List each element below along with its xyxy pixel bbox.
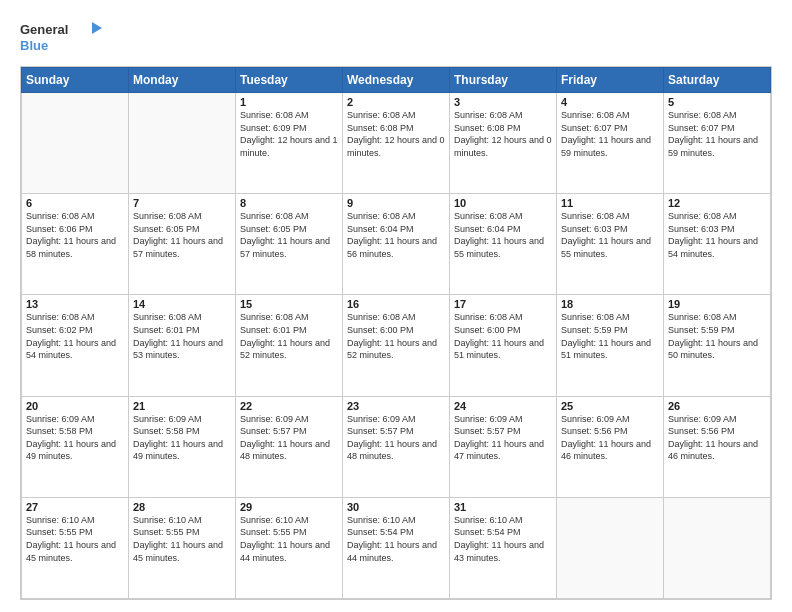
calendar-week-row: 27Sunrise: 6:10 AMSunset: 5:55 PMDayligh… <box>22 497 771 598</box>
calendar-cell: 18Sunrise: 6:08 AMSunset: 5:59 PMDayligh… <box>557 295 664 396</box>
day-info: Sunrise: 6:10 AMSunset: 5:55 PMDaylight:… <box>26 514 124 564</box>
calendar-table: SundayMondayTuesdayWednesdayThursdayFrid… <box>21 67 771 599</box>
calendar-cell: 19Sunrise: 6:08 AMSunset: 5:59 PMDayligh… <box>664 295 771 396</box>
day-info: Sunrise: 6:10 AMSunset: 5:54 PMDaylight:… <box>454 514 552 564</box>
calendar-cell: 31Sunrise: 6:10 AMSunset: 5:54 PMDayligh… <box>450 497 557 598</box>
day-number: 29 <box>240 501 338 513</box>
day-number: 6 <box>26 197 124 209</box>
calendar-header: SundayMondayTuesdayWednesdayThursdayFrid… <box>22 68 771 93</box>
calendar-cell: 29Sunrise: 6:10 AMSunset: 5:55 PMDayligh… <box>236 497 343 598</box>
calendar-cell: 23Sunrise: 6:09 AMSunset: 5:57 PMDayligh… <box>343 396 450 497</box>
header: General Blue <box>20 18 772 56</box>
day-number: 11 <box>561 197 659 209</box>
day-info: Sunrise: 6:08 AMSunset: 6:00 PMDaylight:… <box>454 311 552 361</box>
day-number: 9 <box>347 197 445 209</box>
calendar-cell: 21Sunrise: 6:09 AMSunset: 5:58 PMDayligh… <box>129 396 236 497</box>
calendar-cell: 10Sunrise: 6:08 AMSunset: 6:04 PMDayligh… <box>450 194 557 295</box>
day-number: 26 <box>668 400 766 412</box>
day-info: Sunrise: 6:09 AMSunset: 5:56 PMDaylight:… <box>668 413 766 463</box>
calendar-cell <box>22 93 129 194</box>
weekday-header: Friday <box>557 68 664 93</box>
day-info: Sunrise: 6:09 AMSunset: 5:57 PMDaylight:… <box>347 413 445 463</box>
day-info: Sunrise: 6:09 AMSunset: 5:57 PMDaylight:… <box>240 413 338 463</box>
day-number: 19 <box>668 298 766 310</box>
calendar-cell: 9Sunrise: 6:08 AMSunset: 6:04 PMDaylight… <box>343 194 450 295</box>
day-info: Sunrise: 6:10 AMSunset: 5:55 PMDaylight:… <box>133 514 231 564</box>
day-number: 1 <box>240 96 338 108</box>
calendar: SundayMondayTuesdayWednesdayThursdayFrid… <box>20 66 772 600</box>
day-info: Sunrise: 6:09 AMSunset: 5:58 PMDaylight:… <box>133 413 231 463</box>
calendar-cell: 30Sunrise: 6:10 AMSunset: 5:54 PMDayligh… <box>343 497 450 598</box>
calendar-cell: 11Sunrise: 6:08 AMSunset: 6:03 PMDayligh… <box>557 194 664 295</box>
calendar-cell: 2Sunrise: 6:08 AMSunset: 6:08 PMDaylight… <box>343 93 450 194</box>
day-number: 18 <box>561 298 659 310</box>
weekday-row: SundayMondayTuesdayWednesdayThursdayFrid… <box>22 68 771 93</box>
calendar-cell: 8Sunrise: 6:08 AMSunset: 6:05 PMDaylight… <box>236 194 343 295</box>
weekday-header: Tuesday <box>236 68 343 93</box>
calendar-cell: 1Sunrise: 6:08 AMSunset: 6:09 PMDaylight… <box>236 93 343 194</box>
svg-text:General: General <box>20 22 68 37</box>
day-number: 15 <box>240 298 338 310</box>
day-number: 5 <box>668 96 766 108</box>
calendar-cell: 28Sunrise: 6:10 AMSunset: 5:55 PMDayligh… <box>129 497 236 598</box>
day-info: Sunrise: 6:08 AMSunset: 6:03 PMDaylight:… <box>668 210 766 260</box>
calendar-cell: 25Sunrise: 6:09 AMSunset: 5:56 PMDayligh… <box>557 396 664 497</box>
weekday-header: Saturday <box>664 68 771 93</box>
day-info: Sunrise: 6:10 AMSunset: 5:55 PMDaylight:… <box>240 514 338 564</box>
day-number: 8 <box>240 197 338 209</box>
calendar-cell: 27Sunrise: 6:10 AMSunset: 5:55 PMDayligh… <box>22 497 129 598</box>
day-number: 3 <box>454 96 552 108</box>
day-number: 31 <box>454 501 552 513</box>
page: General Blue SundayMondayTuesdayWednesda… <box>0 0 792 612</box>
day-info: Sunrise: 6:08 AMSunset: 6:06 PMDaylight:… <box>26 210 124 260</box>
day-info: Sunrise: 6:10 AMSunset: 5:54 PMDaylight:… <box>347 514 445 564</box>
day-number: 2 <box>347 96 445 108</box>
day-number: 28 <box>133 501 231 513</box>
day-info: Sunrise: 6:08 AMSunset: 6:01 PMDaylight:… <box>240 311 338 361</box>
calendar-cell <box>557 497 664 598</box>
logo-svg: General Blue <box>20 18 110 56</box>
day-number: 30 <box>347 501 445 513</box>
day-info: Sunrise: 6:08 AMSunset: 6:05 PMDaylight:… <box>240 210 338 260</box>
calendar-cell: 5Sunrise: 6:08 AMSunset: 6:07 PMDaylight… <box>664 93 771 194</box>
day-number: 25 <box>561 400 659 412</box>
day-number: 27 <box>26 501 124 513</box>
svg-text:Blue: Blue <box>20 38 48 53</box>
calendar-cell: 24Sunrise: 6:09 AMSunset: 5:57 PMDayligh… <box>450 396 557 497</box>
calendar-week-row: 1Sunrise: 6:08 AMSunset: 6:09 PMDaylight… <box>22 93 771 194</box>
day-info: Sunrise: 6:08 AMSunset: 6:08 PMDaylight:… <box>454 109 552 159</box>
day-number: 13 <box>26 298 124 310</box>
calendar-cell: 17Sunrise: 6:08 AMSunset: 6:00 PMDayligh… <box>450 295 557 396</box>
day-info: Sunrise: 6:08 AMSunset: 6:09 PMDaylight:… <box>240 109 338 159</box>
day-number: 23 <box>347 400 445 412</box>
calendar-cell: 7Sunrise: 6:08 AMSunset: 6:05 PMDaylight… <box>129 194 236 295</box>
calendar-cell: 15Sunrise: 6:08 AMSunset: 6:01 PMDayligh… <box>236 295 343 396</box>
day-info: Sunrise: 6:08 AMSunset: 6:08 PMDaylight:… <box>347 109 445 159</box>
day-number: 7 <box>133 197 231 209</box>
day-info: Sunrise: 6:08 AMSunset: 6:03 PMDaylight:… <box>561 210 659 260</box>
weekday-header: Sunday <box>22 68 129 93</box>
calendar-cell: 16Sunrise: 6:08 AMSunset: 6:00 PMDayligh… <box>343 295 450 396</box>
day-info: Sunrise: 6:08 AMSunset: 6:00 PMDaylight:… <box>347 311 445 361</box>
calendar-cell: 22Sunrise: 6:09 AMSunset: 5:57 PMDayligh… <box>236 396 343 497</box>
day-number: 20 <box>26 400 124 412</box>
day-number: 10 <box>454 197 552 209</box>
day-number: 14 <box>133 298 231 310</box>
calendar-week-row: 13Sunrise: 6:08 AMSunset: 6:02 PMDayligh… <box>22 295 771 396</box>
day-info: Sunrise: 6:08 AMSunset: 6:05 PMDaylight:… <box>133 210 231 260</box>
svg-marker-2 <box>92 22 102 34</box>
calendar-cell <box>664 497 771 598</box>
day-number: 16 <box>347 298 445 310</box>
day-number: 22 <box>240 400 338 412</box>
day-number: 21 <box>133 400 231 412</box>
day-info: Sunrise: 6:09 AMSunset: 5:56 PMDaylight:… <box>561 413 659 463</box>
calendar-cell <box>129 93 236 194</box>
weekday-header: Monday <box>129 68 236 93</box>
calendar-cell: 3Sunrise: 6:08 AMSunset: 6:08 PMDaylight… <box>450 93 557 194</box>
day-info: Sunrise: 6:08 AMSunset: 6:04 PMDaylight:… <box>347 210 445 260</box>
calendar-cell: 26Sunrise: 6:09 AMSunset: 5:56 PMDayligh… <box>664 396 771 497</box>
calendar-cell: 6Sunrise: 6:08 AMSunset: 6:06 PMDaylight… <box>22 194 129 295</box>
calendar-cell: 14Sunrise: 6:08 AMSunset: 6:01 PMDayligh… <box>129 295 236 396</box>
day-number: 24 <box>454 400 552 412</box>
calendar-week-row: 6Sunrise: 6:08 AMSunset: 6:06 PMDaylight… <box>22 194 771 295</box>
